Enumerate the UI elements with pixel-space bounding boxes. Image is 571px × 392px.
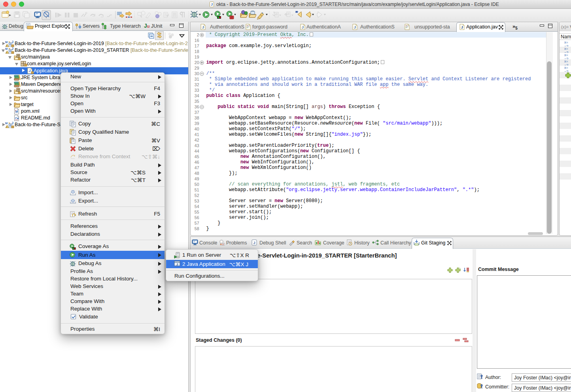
svg-text:J: J [28,69,30,73]
svg-text:!: ! [6,45,7,47]
svg-text:J: J [176,263,178,266]
svg-text:J: J [461,25,463,29]
svg-text:M: M [5,47,8,51]
svg-text:J: J [302,25,304,29]
svg-text:J: J [354,25,356,29]
svg-text:J: J [202,25,204,29]
svg-text:M: M [5,40,8,44]
svg-text:!: ! [6,126,7,128]
svg-text:M: M [5,121,8,125]
svg-text:!: ! [6,51,7,54]
svg-text:J: J [253,241,255,245]
svg-text:J: J [211,2,213,6]
